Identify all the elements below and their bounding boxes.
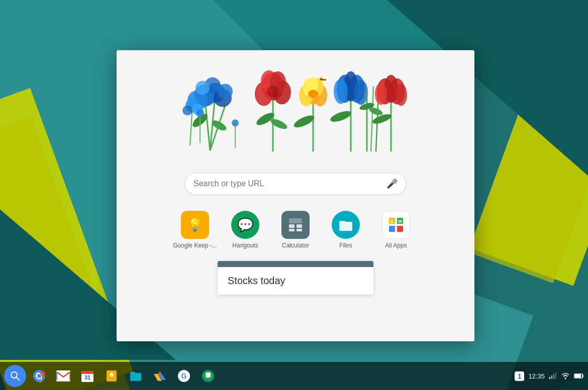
svg-rect-70 bbox=[389, 226, 395, 232]
taskbar-icon-chrome[interactable] bbox=[28, 365, 50, 387]
svg-line-51 bbox=[371, 86, 373, 152]
calculator-svg bbox=[288, 217, 303, 232]
stocks-card: Stocks today bbox=[218, 261, 373, 295]
svg-rect-100 bbox=[575, 374, 581, 377]
app-item-calculator[interactable]: Calculator bbox=[275, 211, 316, 249]
svg-point-98 bbox=[565, 378, 566, 379]
svg-point-28 bbox=[267, 85, 279, 97]
taskbar-time: 12:35 bbox=[528, 372, 545, 380]
battery-icon bbox=[574, 373, 584, 379]
svg-point-17 bbox=[196, 109, 204, 117]
all-apps-svg: G M bbox=[387, 216, 405, 234]
svg-rect-101 bbox=[582, 375, 583, 377]
svg-rect-66 bbox=[297, 229, 302, 231]
svg-point-37 bbox=[308, 90, 318, 98]
browser-content: 🎤 💡 Google Keep -... 💬 Hangouts bbox=[117, 50, 474, 341]
wifi-icon bbox=[561, 372, 570, 380]
app-icon-all-apps: G M bbox=[382, 211, 410, 239]
app-icon-files bbox=[332, 211, 360, 239]
svg-point-14 bbox=[182, 105, 192, 115]
apps-row: 💡 Google Keep -... 💬 Hangouts bbox=[175, 211, 416, 249]
svg-point-74 bbox=[11, 372, 17, 378]
svg-rect-62 bbox=[289, 218, 302, 223]
microphone-icon[interactable]: 🎤 bbox=[386, 178, 398, 189]
app-item-all-apps[interactable]: G M All Apps bbox=[376, 211, 416, 249]
taskbar: 31 bbox=[0, 362, 588, 390]
calendar-icon: 31 bbox=[81, 369, 94, 382]
drive-icon bbox=[153, 370, 167, 382]
svg-point-88 bbox=[110, 373, 114, 377]
app-label-calculator: Calculator bbox=[282, 242, 309, 249]
taskbar-icon-gmail[interactable] bbox=[52, 365, 74, 387]
gmail-icon bbox=[56, 370, 70, 381]
google-doodle bbox=[180, 65, 411, 161]
svg-point-60 bbox=[375, 83, 387, 105]
taskbar-icon-keep[interactable] bbox=[101, 365, 123, 387]
svg-text:G: G bbox=[390, 219, 394, 224]
svg-text:G: G bbox=[181, 372, 187, 380]
svg-rect-64 bbox=[297, 224, 302, 228]
app-icon-hangouts: 💬 bbox=[231, 211, 259, 239]
signal-icon bbox=[549, 372, 557, 380]
app-item-files[interactable]: Files bbox=[326, 211, 366, 249]
app-item-google-keep[interactable]: 💡 Google Keep -... bbox=[175, 211, 215, 249]
taskbar-icons: 31 bbox=[4, 365, 515, 387]
stocks-card-header bbox=[218, 261, 373, 267]
svg-point-48 bbox=[334, 79, 348, 104]
app-icon-keep: 💡 bbox=[181, 211, 209, 239]
app-label-keep: Google Keep -... bbox=[173, 242, 217, 249]
svg-rect-63 bbox=[289, 224, 295, 228]
hangouts-tb-icon bbox=[202, 369, 215, 382]
svg-point-44 bbox=[329, 109, 353, 124]
taskbar-icon-google[interactable]: G bbox=[173, 365, 195, 387]
svg-text:31: 31 bbox=[84, 374, 90, 380]
stocks-title: Stocks today bbox=[228, 275, 363, 287]
notification-badge: 1 bbox=[515, 371, 524, 381]
svg-point-19 bbox=[232, 119, 239, 126]
svg-point-61 bbox=[395, 84, 407, 106]
svg-text:M: M bbox=[398, 219, 402, 224]
chrome-icon bbox=[32, 369, 46, 383]
svg-rect-67 bbox=[339, 222, 352, 231]
google-icon: G bbox=[177, 369, 190, 382]
files-svg bbox=[338, 218, 353, 232]
browser-window: 🎤 💡 Google Keep -... 💬 Hangouts bbox=[117, 50, 474, 341]
svg-rect-90 bbox=[130, 373, 141, 381]
svg-line-0 bbox=[205, 100, 210, 151]
taskbar-icon-files[interactable] bbox=[125, 365, 147, 387]
app-label-all-apps: All Apps bbox=[385, 242, 407, 249]
search-bar[interactable]: 🎤 bbox=[185, 173, 406, 195]
search-icon bbox=[10, 370, 21, 381]
taskbar-icon-hangouts[interactable] bbox=[197, 365, 219, 387]
svg-point-42 bbox=[322, 76, 327, 79]
app-label-hangouts: Hangouts bbox=[232, 242, 258, 249]
stocks-card-body: Stocks today bbox=[218, 267, 373, 295]
svg-rect-85 bbox=[81, 373, 93, 374]
svg-rect-65 bbox=[289, 229, 295, 231]
svg-rect-89 bbox=[111, 372, 113, 373]
svg-point-11 bbox=[218, 84, 233, 99]
svg-point-10 bbox=[195, 81, 210, 95]
svg-point-30 bbox=[292, 113, 316, 129]
app-item-hangouts[interactable]: 💬 Hangouts bbox=[225, 211, 265, 249]
svg-point-49 bbox=[354, 80, 368, 105]
svg-line-75 bbox=[17, 377, 20, 380]
app-icon-calculator bbox=[281, 211, 310, 239]
taskbar-icon-search[interactable] bbox=[4, 365, 26, 387]
search-input[interactable] bbox=[193, 179, 386, 188]
svg-point-79 bbox=[37, 374, 41, 378]
taskbar-right: 1 12:35 bbox=[515, 371, 584, 381]
svg-rect-71 bbox=[397, 226, 403, 232]
app-label-files: Files bbox=[339, 242, 352, 249]
keep-icon bbox=[106, 369, 118, 382]
taskbar-icon-calendar[interactable]: 31 bbox=[76, 365, 99, 387]
taskbar-icon-drive[interactable] bbox=[149, 365, 171, 387]
files-tb-icon bbox=[129, 370, 142, 382]
